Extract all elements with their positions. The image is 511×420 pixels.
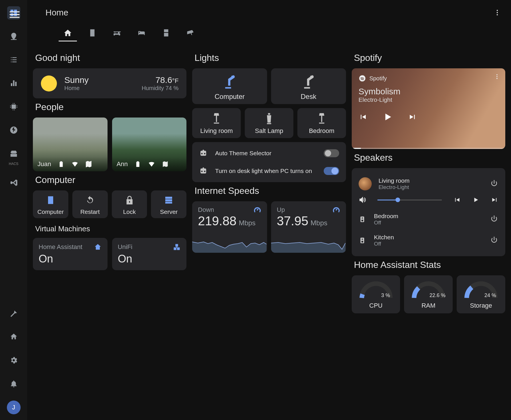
speaker-controls xyxy=(359,194,498,209)
toggle-auto-theme[interactable] xyxy=(324,149,339,157)
action-restart[interactable]: Restart xyxy=(72,190,108,218)
light-desk[interactable]: Desk xyxy=(271,68,346,104)
svg-rect-4 xyxy=(178,248,180,250)
tab-server[interactable] xyxy=(87,27,98,39)
action-server[interactable]: Server xyxy=(151,190,186,218)
svg-text:3 %: 3 % xyxy=(381,292,390,298)
speaker-kitchen[interactable]: KitchenOff xyxy=(359,230,498,251)
map-icon xyxy=(85,160,92,168)
power-button[interactable] xyxy=(490,179,498,189)
gauge-storage[interactable]: 24 % Storage xyxy=(457,275,505,313)
speaker-living-room[interactable]: Living roomElectro-Light xyxy=(359,173,498,194)
prev-track-button[interactable] xyxy=(359,113,367,121)
media-menu[interactable] xyxy=(494,73,500,81)
vm-title: Virtual Machines xyxy=(35,224,184,233)
light-living-room[interactable]: Living room xyxy=(192,108,241,138)
computer-title: Computer xyxy=(35,175,184,185)
vm-unifi[interactable]: UniFi On xyxy=(112,238,187,270)
menu-toggle[interactable] xyxy=(8,8,21,21)
album-art-icon xyxy=(359,177,372,190)
spotify-icon xyxy=(359,75,366,82)
page-title: Home xyxy=(45,8,68,17)
ha-icon xyxy=(94,243,102,251)
sparkline xyxy=(271,237,345,253)
col-right: Spotify Spotify Symbolism Electro-Light … xyxy=(352,49,505,420)
light-computer[interactable]: Computer xyxy=(192,68,267,104)
media-progress[interactable] xyxy=(352,148,505,149)
rail-history[interactable] xyxy=(7,77,20,90)
track-title: Symbolism xyxy=(359,87,498,96)
rail-logbook[interactable] xyxy=(7,53,20,66)
automations-card: Auto Theme Selector Turn on desk light w… xyxy=(192,142,346,182)
svg-text:24 %: 24 % xyxy=(484,292,496,298)
svg-point-1 xyxy=(497,12,498,13)
next-track-button[interactable] xyxy=(491,196,498,204)
greeting-title: Good night xyxy=(35,53,184,63)
tab-living[interactable] xyxy=(111,27,123,39)
toggle-desk-light[interactable] xyxy=(324,167,339,175)
sparkline xyxy=(192,237,267,253)
tab-home[interactable] xyxy=(62,27,73,39)
power-button[interactable] xyxy=(490,214,498,224)
view-tabs xyxy=(27,25,511,41)
rail-config[interactable] xyxy=(7,354,20,367)
automation-auto-theme[interactable]: Auto Theme Selector xyxy=(199,144,339,162)
speaker-icon xyxy=(359,215,366,224)
overflow-menu[interactable] xyxy=(492,7,503,18)
power-button[interactable] xyxy=(490,236,498,246)
stats-title: Home Assistant Stats xyxy=(354,260,503,270)
speed-down[interactable]: Down 219.88Mbps xyxy=(192,201,267,253)
svg-point-6 xyxy=(359,75,365,81)
tab-kitchen[interactable] xyxy=(160,27,172,39)
robot-icon xyxy=(199,149,208,158)
robot-icon xyxy=(199,167,208,175)
person-card-ann[interactable]: Ann xyxy=(112,118,187,171)
next-track-button[interactable] xyxy=(408,113,417,121)
light-bedroom[interactable]: Bedroom xyxy=(297,108,346,138)
volume-slider[interactable] xyxy=(377,200,442,200)
rail-user-avatar[interactable]: J xyxy=(7,401,21,414)
person-card-juan[interactable]: Juan xyxy=(33,118,108,171)
people-title: People xyxy=(35,102,184,112)
rail-map[interactable] xyxy=(7,30,20,43)
rail-notifications[interactable] xyxy=(7,377,20,390)
track-artist: Electro-Light xyxy=(359,96,498,103)
action-computer[interactable]: Computer xyxy=(33,190,68,218)
rail-esphome[interactable] xyxy=(7,100,20,113)
spotify-card[interactable]: Spotify Symbolism Electro-Light xyxy=(352,68,505,149)
col-left: Good night Sunny Home 78.6°F Humidity 74… xyxy=(33,49,186,420)
tab-bedroom[interactable] xyxy=(136,27,147,39)
tab-cameras[interactable] xyxy=(185,27,196,39)
sun-icon xyxy=(41,75,57,91)
battery-icon xyxy=(134,160,142,168)
light-salt-lamp[interactable]: Salt Lamp xyxy=(245,108,293,138)
rail-energy[interactable] xyxy=(7,124,20,137)
speakers-title: Speakers xyxy=(354,152,503,163)
rail-supervisor[interactable] xyxy=(7,330,20,343)
map-icon xyxy=(162,160,169,168)
person-name: Juan xyxy=(37,160,51,168)
gauge-icon xyxy=(253,206,261,214)
vm-home-assistant[interactable]: Home Assistant On xyxy=(33,238,108,270)
internet-title: Internet Speeds xyxy=(194,186,343,196)
volume-icon[interactable] xyxy=(359,196,366,204)
speaker-bedroom[interactable]: BedroomOff xyxy=(359,209,498,230)
rail-devtools[interactable] xyxy=(7,307,20,320)
action-lock[interactable]: Lock xyxy=(112,190,147,218)
play-button[interactable] xyxy=(472,196,480,204)
rail-vscode[interactable] xyxy=(7,176,20,189)
gauge-cpu[interactable]: 3 % CPU xyxy=(352,275,400,313)
play-button[interactable] xyxy=(382,111,393,123)
gauge-ram[interactable]: 22.6 % RAM xyxy=(404,275,453,313)
weather-card[interactable]: Sunny Home 78.6°F Humidity 74 % xyxy=(33,68,186,98)
svg-point-8 xyxy=(496,76,498,77)
speed-up[interactable]: Up 37.95Mbps xyxy=(271,201,346,253)
svg-text:22.6 %: 22.6 % xyxy=(430,292,446,298)
automation-desk-light[interactable]: Turn on desk light when PC turns on xyxy=(199,162,339,180)
rail-hacs[interactable] xyxy=(7,147,20,160)
weather-condition: Sunny xyxy=(64,75,89,85)
weather-location: Home xyxy=(64,85,89,91)
gauge-icon xyxy=(332,206,340,214)
battery-icon xyxy=(57,160,65,168)
prev-track-button[interactable] xyxy=(453,196,461,204)
